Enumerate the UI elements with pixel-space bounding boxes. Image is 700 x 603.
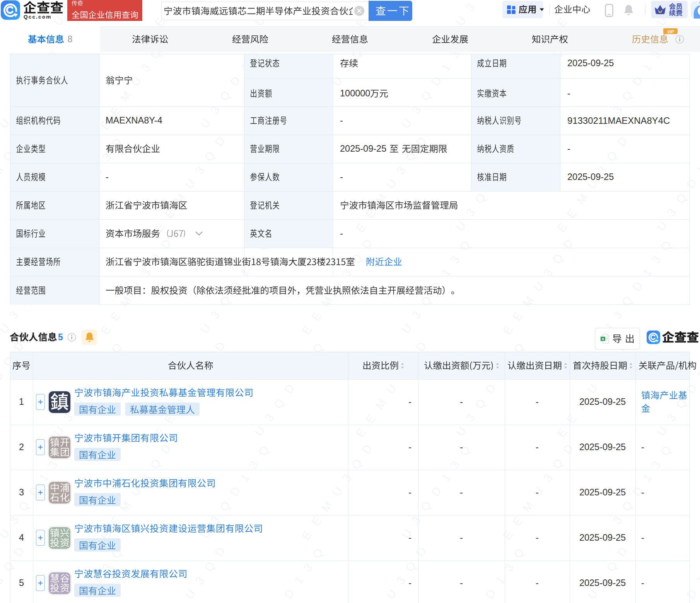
svg-text:X: X — [602, 336, 604, 341]
svg-text:VIP: VIP — [667, 29, 674, 34]
